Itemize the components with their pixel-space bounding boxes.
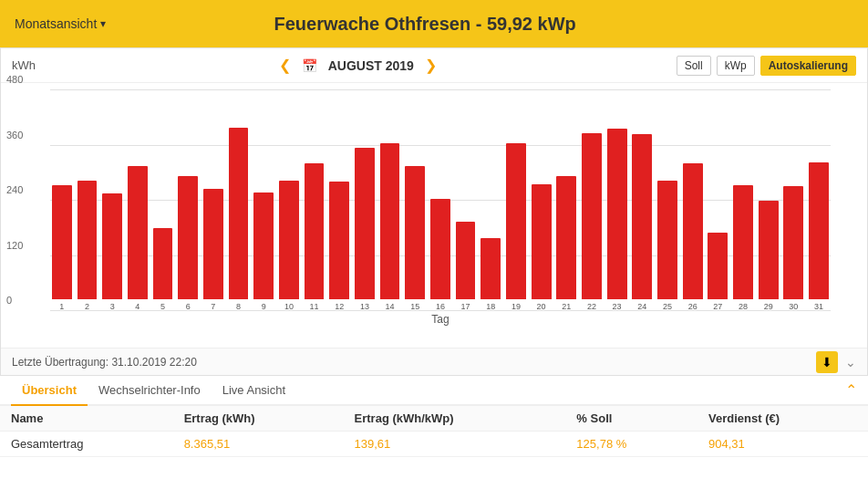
bar xyxy=(355,148,375,299)
bar xyxy=(456,222,476,299)
bar xyxy=(783,186,803,299)
bar-day-label: 5 xyxy=(160,302,165,311)
cell-ertrag-kwh: 8.365,51 xyxy=(173,432,344,457)
bar-col: 8 xyxy=(227,90,251,311)
bar-day-label: 14 xyxy=(386,302,395,311)
bar-day-label: 8 xyxy=(236,302,241,311)
chart-inner: 4803602401200123456789101112131415161718… xyxy=(50,90,831,311)
header: Monatsansicht ▾ Feuerwache Othfresen - 5… xyxy=(0,0,868,47)
bar-day-label: 28 xyxy=(739,302,748,311)
grid-label: 240 xyxy=(6,184,23,195)
col-soll: % Soll xyxy=(565,406,698,432)
bar-col: 10 xyxy=(277,90,301,311)
bar xyxy=(229,128,249,299)
bar xyxy=(733,185,753,299)
bar xyxy=(329,182,349,299)
bar xyxy=(506,143,526,299)
bar-day-label: 27 xyxy=(713,302,722,311)
bar-day-label: 29 xyxy=(764,302,773,311)
bar-day-label: 21 xyxy=(562,302,571,311)
bar-col: 2 xyxy=(76,90,99,311)
bar xyxy=(632,134,652,300)
bar xyxy=(203,189,223,299)
bar xyxy=(480,238,501,299)
col-ertrag-kwh: Ertrag (kWh) xyxy=(173,406,344,432)
bar-day-label: 6 xyxy=(186,302,191,311)
bar xyxy=(279,181,299,299)
col-name: Name xyxy=(0,406,173,432)
bar-day-label: 15 xyxy=(410,302,419,311)
bar-day-label: 26 xyxy=(688,302,698,311)
bar-col: 21 xyxy=(554,90,578,311)
bars-wrapper: 1234567891011121314151617181920212223242… xyxy=(50,90,831,311)
bar-col: 30 xyxy=(781,90,805,311)
bar-col: 3 xyxy=(100,90,124,311)
bar-col: 6 xyxy=(176,90,200,311)
table-header-row: Name Ertrag (kWh) Ertrag (kWh/kWp) % Sol… xyxy=(0,406,868,432)
cell-ertrag-kwp: 139,61 xyxy=(344,432,566,457)
bar-col: 28 xyxy=(731,90,755,311)
bar xyxy=(380,143,400,299)
tab-live-ansicht[interactable]: Live Ansicht xyxy=(212,376,296,406)
collapse-tabs-icon[interactable]: ⌃ xyxy=(845,381,857,399)
bar-col: 1 xyxy=(50,90,74,311)
chart-toolbar: kWh ❮ 📅 AUGUST 2019 ❯ Soll kWp Autoskali… xyxy=(1,48,867,83)
bar xyxy=(405,166,425,299)
grid-label: 120 xyxy=(6,240,23,251)
soll-button[interactable]: Soll xyxy=(677,56,711,76)
bar-day-label: 30 xyxy=(789,302,798,311)
bar-col: 7 xyxy=(202,90,225,311)
grid-label: 0 xyxy=(6,295,12,306)
bar xyxy=(430,199,450,299)
bar-day-label: 12 xyxy=(335,302,344,311)
status-bar: Letzte Übertragung: 31.10.2019 22:20 ⬇ ⌄ xyxy=(1,348,867,375)
calendar-icon: 📅 xyxy=(302,58,317,73)
bar-day-label: 2 xyxy=(85,302,89,311)
chart-area: 4803602401200123456789101112131415161718… xyxy=(1,83,867,348)
chart-nav: ❮ 📅 AUGUST 2019 ❯ xyxy=(275,57,440,74)
bar-col: 25 xyxy=(656,90,679,311)
view-selector[interactable]: Monatsansicht ▾ xyxy=(15,16,106,31)
bar-col: 18 xyxy=(479,90,502,311)
month-label: AUGUST 2019 xyxy=(328,58,414,73)
bar-col: 24 xyxy=(630,90,654,311)
bar-col: 16 xyxy=(429,90,452,311)
chart-controls: Soll kWp Autoskalierung xyxy=(677,56,856,76)
bar-col: 4 xyxy=(126,90,150,311)
bar xyxy=(607,129,627,299)
x-axis-label: Tag xyxy=(50,313,831,326)
tab-wechselrichter[interactable]: Wechselrichter-Info xyxy=(88,376,212,406)
table-row: Gesamtertrag 8.365,51 139,61 125,78 % 90… xyxy=(0,432,868,457)
view-label: Monatsansicht xyxy=(15,16,97,31)
bar xyxy=(128,166,148,299)
bar-col: 23 xyxy=(605,90,629,311)
bar-day-label: 17 xyxy=(461,302,470,311)
bar-day-label: 24 xyxy=(637,302,646,311)
bar-col: 13 xyxy=(353,90,377,311)
chart-container: kWh ❮ 📅 AUGUST 2019 ❯ Soll kWp Autoskali… xyxy=(0,47,868,376)
cell-verdienst: 904,31 xyxy=(698,432,868,457)
download-button[interactable]: ⬇ xyxy=(816,351,838,373)
bar-day-label: 23 xyxy=(613,302,622,311)
bar-col: 14 xyxy=(378,90,402,311)
col-ertrag-kwp: Ertrag (kWh/kWp) xyxy=(344,406,566,432)
bar-col: 27 xyxy=(706,90,729,311)
tab-ubersicht[interactable]: Übersicht xyxy=(11,376,88,406)
bar xyxy=(78,181,98,299)
bar xyxy=(582,133,602,300)
collapse-button[interactable]: ⌄ xyxy=(845,355,856,369)
bar xyxy=(305,163,325,299)
bar-col: 5 xyxy=(151,90,175,311)
prev-month-button[interactable]: ❮ xyxy=(275,57,294,74)
kwp-button[interactable]: kWp xyxy=(717,56,755,76)
bar-day-label: 25 xyxy=(663,302,672,311)
bar xyxy=(532,184,552,299)
bar xyxy=(683,163,703,299)
bar xyxy=(52,185,72,299)
bar-col: 19 xyxy=(504,90,528,311)
autoscale-button[interactable]: Autoskalierung xyxy=(760,56,856,76)
grid-label: 480 xyxy=(6,74,23,85)
next-month-button[interactable]: ❯ xyxy=(421,57,440,74)
tabs-bar: Übersicht Wechselrichter-Info Live Ansic… xyxy=(0,376,868,406)
bar-day-label: 10 xyxy=(284,302,294,311)
